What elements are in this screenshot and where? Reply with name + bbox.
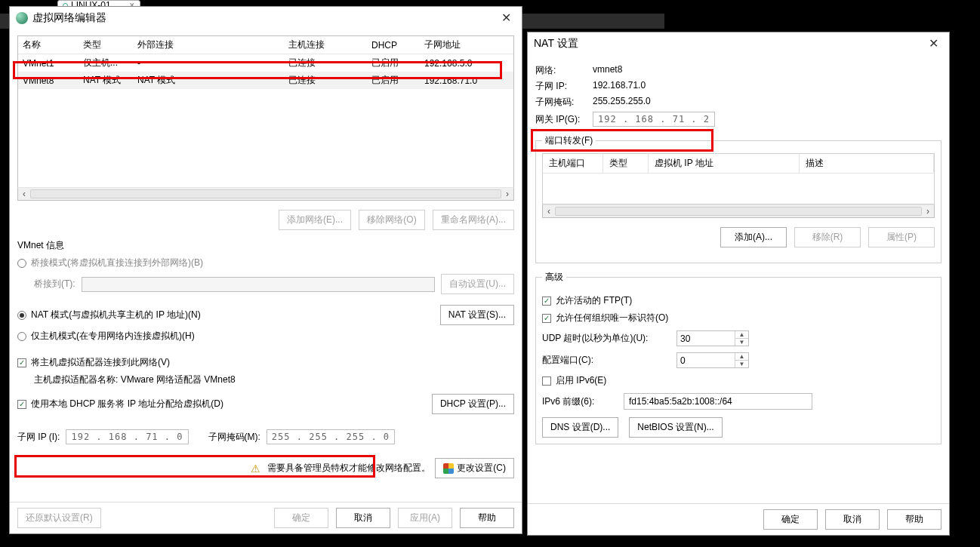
bridge-to-label: 桥接到(T): <box>34 278 76 290</box>
apply-button[interactable]: 应用(A) <box>398 508 452 528</box>
check-icon <box>17 358 26 367</box>
change-settings-button[interactable]: 更改设置(C) <box>435 458 514 478</box>
config-port-input[interactable] <box>677 353 735 367</box>
dhcp-settings-button[interactable]: DHCP 设置(P)... <box>432 394 514 414</box>
mask-label: 子网掩码: <box>535 96 588 109</box>
udp-label: UDP 超时(以秒为单位)(U): <box>542 332 670 345</box>
prefix-label: IPv6 前缀(6): <box>542 395 618 408</box>
connect-adapter-check[interactable]: 将主机虚拟适配器连接到此网络(V) <box>17 356 514 369</box>
net-label: 网络: <box>535 64 588 77</box>
udp-timeout-input[interactable] <box>677 331 735 346</box>
auto-setting-button[interactable]: 自动设置(U)... <box>441 274 514 294</box>
window-title: NAT 设置 <box>534 37 578 51</box>
col-host: 主机连接 <box>284 36 367 54</box>
mask-value: 255.255.255.0 <box>593 96 651 109</box>
advanced-title: 高级 <box>542 271 566 284</box>
spin-down-icon[interactable]: ▼ <box>735 360 748 367</box>
dialog-button-bar: 确定 取消 帮助 <box>528 503 949 535</box>
table-row[interactable]: VMnet1 仅主机... - 已连接 已启用 192.168.5.0 <box>18 54 513 72</box>
table-row[interactable]: VMnet8 NAT 模式 NAT 模式 已连接 已启用 192.168.71.… <box>18 72 513 89</box>
adapter-name-label: 主机虚拟适配器名称: VMware 网络适配器 VMnet8 <box>34 373 514 386</box>
cell: 仅主机... <box>79 54 133 72</box>
port-forward-header: 主机端口 类型 虚拟机 IP 地址 描述 <box>542 153 935 173</box>
cell: 已启用 <box>367 54 420 72</box>
ipv6-prefix-input[interactable]: fd15:4ba5:5a2b:1008::/64 <box>624 393 812 410</box>
radio-icon <box>17 311 26 320</box>
cell: 192.168.71.0 <box>420 72 513 89</box>
port-forward-list[interactable] <box>542 173 935 204</box>
netbios-settings-button[interactable]: NetBIOS 设置(N)... <box>629 417 722 438</box>
dns-settings-button[interactable]: DNS 设置(D)... <box>542 417 618 438</box>
scroll-left-icon[interactable]: ‹ <box>18 189 30 199</box>
subnet-ip-input[interactable]: 192 . 168 . 71 . 0 <box>66 429 188 444</box>
nat-settings-button[interactable]: NAT 设置(S)... <box>440 305 514 325</box>
subnet-mask-input[interactable]: 255 . 255 . 255 . 0 <box>267 429 395 444</box>
oui-check[interactable]: 允许任何组织唯一标识符(O) <box>542 312 935 324</box>
pf-col: 描述 <box>800 154 934 173</box>
help-button[interactable]: 帮助 <box>887 509 941 530</box>
gateway-input[interactable]: 192 . 168 . 71 . 2 <box>593 112 715 127</box>
pf-col: 类型 <box>603 154 649 173</box>
pf-add-button[interactable]: 添加(A)... <box>720 227 787 247</box>
scroll-track[interactable] <box>30 189 501 198</box>
network-table[interactable]: 名称 类型 外部连接 主机连接 DHCP 子网地址 VMnet1 仅主机... … <box>17 35 514 187</box>
spin-up-icon[interactable]: ▲ <box>735 331 748 338</box>
app-icon <box>16 12 28 24</box>
help-button[interactable]: 帮助 <box>460 508 514 528</box>
close-icon[interactable]: ✕ <box>924 35 943 52</box>
scroll-right-icon[interactable]: › <box>501 189 513 199</box>
advanced-group: 高级 允许活动的 FTP(T) 允许任何组织唯一标识符(O) UDP 超时(以秒… <box>535 271 941 444</box>
restore-defaults-button[interactable]: 还原默认设置(R) <box>17 508 101 528</box>
rename-network-button[interactable]: 重命名网络(A)... <box>433 210 514 230</box>
nat-settings-window: NAT 设置 ✕ 网络:vmnet8 子网 IP:192.168.71.0 子网… <box>527 32 950 536</box>
remove-network-button[interactable]: 移除网络(O) <box>359 210 425 230</box>
radio-icon <box>17 259 26 268</box>
vmnet-info-title: VMnet 信息 <box>17 239 514 252</box>
bridge-mode-label: 桥接模式(将虚拟机直接连接到外部网络)(B) <box>31 257 203 269</box>
udp-timeout-spinner[interactable]: ▲▼ <box>676 330 749 346</box>
spin-up-icon[interactable]: ▲ <box>735 353 748 360</box>
gateway-label: 网关 IP(G): <box>535 113 588 126</box>
col-subnet: 子网地址 <box>420 36 513 54</box>
table-header: 名称 类型 外部连接 主机连接 DHCP 子网地址 <box>18 36 513 54</box>
nat-mode-label: NAT 模式(与虚拟机共享主机的 IP 地址)(N) <box>31 309 201 321</box>
shield-icon <box>443 463 454 474</box>
add-network-button[interactable]: 添加网络(E)... <box>279 210 351 230</box>
cell: 已连接 <box>284 54 367 72</box>
col-ext: 外部连接 <box>133 36 284 54</box>
ok-button[interactable]: 确定 <box>274 508 328 528</box>
config-port-spinner[interactable]: ▲▼ <box>676 352 749 368</box>
hostonly-mode-label: 仅主机模式(在专用网络内连接虚拟机)(H) <box>31 330 195 343</box>
window-title: 虚拟网络编辑器 <box>32 11 106 25</box>
nat-mode-radio[interactable]: NAT 模式(与虚拟机共享主机的 IP 地址)(N) NAT 设置(S)... <box>17 305 514 325</box>
connect-adapter-label: 将主机虚拟适配器连接到此网络(V) <box>31 356 170 369</box>
horizontal-scrollbar[interactable]: ‹ › <box>542 204 935 218</box>
scroll-left-icon[interactable]: ‹ <box>543 206 555 217</box>
cell: VMnet8 <box>18 72 79 89</box>
cancel-button[interactable]: 取消 <box>825 509 880 530</box>
ftp-check[interactable]: 允许活动的 FTP(T) <box>542 294 935 307</box>
cell: NAT 模式 <box>79 72 133 89</box>
spin-down-icon[interactable]: ▼ <box>735 338 748 346</box>
bridge-to-select[interactable] <box>82 277 436 292</box>
cell: 192.168.5.0 <box>420 54 513 72</box>
cancel-button[interactable]: 取消 <box>336 508 390 528</box>
close-icon[interactable]: ✕ <box>497 9 516 26</box>
ipv6-check[interactable]: 启用 IPv6(E) <box>542 374 935 387</box>
ipv6-label: 启用 IPv6(E) <box>556 374 606 387</box>
dhcp-check[interactable]: 使用本地 DHCP 服务将 IP 地址分配给虚拟机(D) DHCP 设置(P).… <box>17 394 514 414</box>
scroll-track[interactable] <box>555 207 922 216</box>
port-forward-group: 端口转发(F) 主机端口 类型 虚拟机 IP 地址 描述 ‹ › 添加(A)..… <box>535 134 941 263</box>
horizontal-scrollbar[interactable]: ‹ › <box>17 187 514 201</box>
col-dhcp: DHCP <box>367 36 420 54</box>
bridge-mode-radio[interactable]: 桥接模式(将虚拟机直接连接到外部网络)(B) <box>17 257 514 269</box>
sub-value: 192.168.71.0 <box>593 80 646 93</box>
cell: VMnet1 <box>18 54 79 72</box>
hostonly-mode-radio[interactable]: 仅主机模式(在专用网络内连接虚拟机)(H) <box>17 330 514 343</box>
scroll-right-icon[interactable]: › <box>922 206 934 217</box>
check-icon <box>542 376 551 386</box>
net-value: vmnet8 <box>593 64 622 77</box>
pf-remove-button[interactable]: 移除(R) <box>794 227 861 247</box>
ok-button[interactable]: 确定 <box>763 509 818 530</box>
pf-props-button[interactable]: 属性(P) <box>868 227 935 247</box>
